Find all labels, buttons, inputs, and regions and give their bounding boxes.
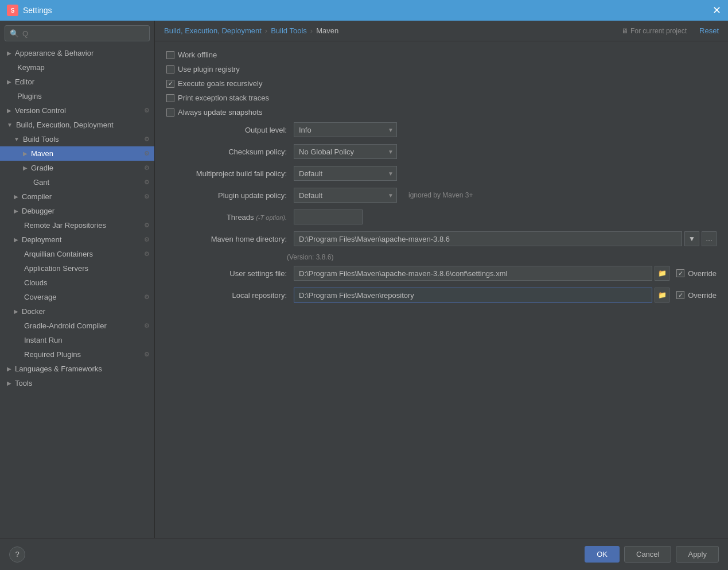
checkbox-print-exception-input[interactable] [166,94,174,102]
maven-home-label: Maven home directory: [166,235,287,243]
breadcrumb-sep-1: › [265,26,267,35]
checkbox-work-offline: Work offline [166,51,717,59]
maven-home-browse-btn[interactable]: … [702,231,717,246]
sidebar-item-gradle-android[interactable]: Gradle-Android Compiler⚙ [0,319,154,333]
sidebar-item-remote-jar[interactable]: Remote Jar Repositories⚙ [0,218,154,232]
sidebar-label-debugger: Debugger [22,207,54,215]
sidebar-item-keymap[interactable]: Keymap [0,60,154,75]
sidebar-arrow-build-execution: ▼ [7,122,13,128]
checksum-policy-select[interactable]: No Global Policy Fail Warn [294,144,397,159]
local-repo-browse-btn[interactable]: 📁 [655,288,669,303]
sidebar-label-plugins: Plugins [17,92,42,100]
cancel-button[interactable]: Cancel [624,546,671,563]
user-settings-override-row: Override [676,269,717,278]
sidebar-item-required-plugins[interactable]: Required Plugins⚙ [0,347,154,362]
sidebar-label-clouds: Clouds [24,278,47,287]
threads-label: Threads (-T option). [166,213,287,222]
sidebar-item-docker[interactable]: ▶Docker [0,304,154,319]
field-plugin-update: Plugin update policy: Default Force Upda… [166,188,717,203]
help-button[interactable]: ? [9,546,25,563]
user-settings-override-checkbox[interactable] [676,269,684,277]
sidebar-item-clouds[interactable]: Clouds [0,276,154,290]
sidebar-label-build-execution: Build, Execution, Deployment [16,121,114,129]
sidebar-item-languages-frameworks[interactable]: ▶Languages & Frameworks [0,362,154,376]
sidebar-item-tools[interactable]: ▶Tools [0,376,154,390]
checkbox-always-update-input[interactable] [166,108,174,117]
sidebar-item-deployment[interactable]: ▶Deployment⚙ [0,232,154,247]
sidebar-label-keymap: Keymap [17,63,45,72]
sidebar-item-build-execution[interactable]: ▼Build, Execution, Deployment [0,118,154,132]
checkbox-work-offline-input[interactable] [166,51,174,59]
sidebar-arrow-deployment: ▶ [14,236,18,243]
threads-input[interactable] [294,210,363,224]
sidebar-label-gant: Gant [33,178,49,187]
local-repo-path-row: 📁 [294,288,669,303]
breadcrumb-build-tools[interactable]: Build Tools [271,26,307,35]
sidebar: 🔍 ▶Appearance & BehaviorKeymap▶EditorPlu… [0,21,155,538]
footer: ? OK Cancel Apply [0,538,728,570]
close-button[interactable]: ✕ [713,5,721,15]
sidebar-item-build-tools[interactable]: ▼Build Tools⚙ [0,132,154,146]
sidebar-config-icon-version-control: ⚙ [144,107,150,114]
sidebar-arrow-languages-frameworks: ▶ [7,366,11,372]
sidebar-config-icon-gradle: ⚙ [144,164,150,172]
sidebar-item-instant-run[interactable]: Instant Run [0,333,154,347]
sidebar-arrow-gradle: ▶ [23,165,28,171]
sidebar-item-debugger[interactable]: ▶Debugger [0,204,154,218]
sidebar-item-coverage[interactable]: Coverage⚙ [0,290,154,304]
sidebar-item-gant[interactable]: Gant⚙ [0,175,154,189]
search-box[interactable]: 🔍 [5,25,150,41]
maven-home-dropdown-btn[interactable]: ▼ [684,231,699,246]
sidebar-arrow-docker: ▶ [14,308,18,315]
checkbox-plugin-registry-input[interactable] [166,65,174,73]
sidebar-arrow-build-tools: ▼ [14,136,20,142]
local-repo-override-label: Override [688,291,717,300]
multiproject-policy-select[interactable]: Default Fail at End Never Fail [294,166,397,181]
sidebar-config-icon-compiler: ⚙ [144,193,150,200]
sidebar-config-icon-gant: ⚙ [144,179,150,186]
breadcrumb-build-execution[interactable]: Build, Execution, Deployment [164,26,262,35]
plugin-update-select-wrapper: Default Force Update Do Not Update ▼ [294,188,397,203]
sidebar-item-compiler[interactable]: ▶Compiler⚙ [0,189,154,204]
maven-home-input[interactable] [294,231,682,246]
plugin-update-select[interactable]: Default Force Update Do Not Update [294,188,397,203]
content-area: Build, Execution, Deployment › Build Too… [155,21,728,538]
for-current-project: 🖥 For current project [621,27,687,35]
sidebar-arrow-appearance: ▶ [7,50,11,56]
maven-version-note: (Version: 3.8.6) [166,253,717,261]
user-settings-input[interactable] [294,266,652,281]
local-repo-label: Local repository: [166,291,287,300]
sidebar-config-icon-coverage: ⚙ [144,293,150,301]
sidebar-item-editor[interactable]: ▶Editor [0,75,154,89]
field-checksum-policy: Checksum policy: No Global Policy Fail W… [166,144,717,159]
sidebar-label-languages-frameworks: Languages & Frameworks [15,365,102,373]
search-input[interactable] [22,29,145,38]
maven-home-path-row: ▼ … [294,231,717,246]
checksum-policy-select-wrapper: No Global Policy Fail Warn ▼ [294,144,397,159]
sidebar-label-version-control: Version Control [15,106,66,115]
sidebar-config-icon-build-tools: ⚙ [144,135,150,143]
sidebar-item-app-servers[interactable]: Application Servers [0,261,154,276]
local-repo-override-checkbox[interactable] [676,291,684,299]
checksum-policy-label: Checksum policy: [166,148,287,156]
user-settings-browse-btn[interactable]: 📁 [655,266,669,281]
local-repo-input[interactable] [294,288,652,303]
plugin-update-note: ignored by Maven 3+ [408,191,473,199]
ok-button[interactable]: OK [585,546,620,563]
sidebar-arrow-tools: ▶ [7,380,11,386]
multiproject-policy-label: Multiproject build fail policy: [166,169,287,178]
reset-button[interactable]: Reset [699,26,719,35]
sidebar-item-plugins[interactable]: Plugins [0,89,154,103]
checkbox-execute-goals-input[interactable] [166,80,174,88]
apply-button[interactable]: Apply [676,546,719,563]
sidebar-label-arquillian: Arquillian Containers [24,250,93,258]
sidebar-item-gradle[interactable]: ▶Gradle⚙ [0,161,154,175]
sidebar-label-gradle: Gradle [31,164,53,172]
field-multiproject-policy: Multiproject build fail policy: Default … [166,166,717,181]
sidebar-item-arquillian[interactable]: Arquillian Containers⚙ [0,247,154,261]
sidebar-item-maven[interactable]: ▶Maven⚙ [0,146,154,161]
sidebar-item-version-control[interactable]: ▶Version Control⚙ [0,103,154,118]
sidebar-arrow-compiler: ▶ [14,193,18,200]
sidebar-item-appearance[interactable]: ▶Appearance & Behavior [0,46,154,60]
output-level-select[interactable]: Info Debug Warning Error [294,122,397,137]
